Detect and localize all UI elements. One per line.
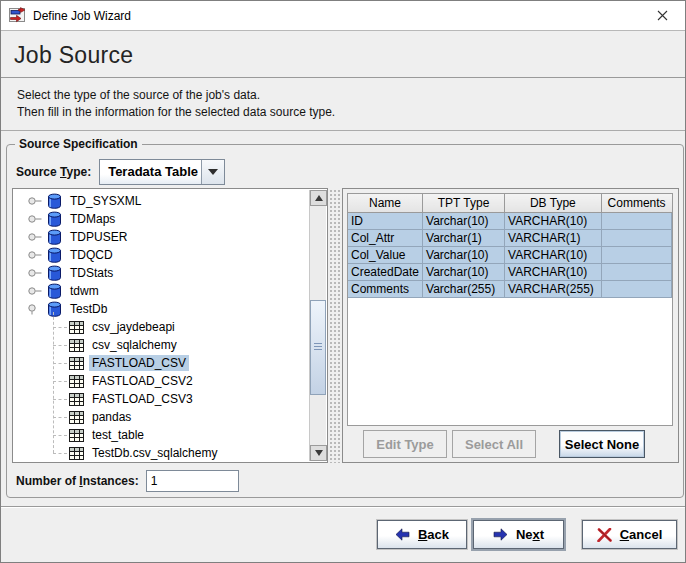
- tree-expanded-handle-icon[interactable]: [27, 303, 47, 315]
- next-button[interactable]: Next: [473, 520, 564, 549]
- arrow-right-icon: [493, 528, 508, 541]
- table-cell[interactable]: [601, 246, 671, 263]
- app-icon: [9, 7, 26, 24]
- tree-collapsed-handle-icon[interactable]: [27, 195, 47, 207]
- tree-node-label[interactable]: FASTLOAD_CSV2: [89, 373, 196, 389]
- table-cell[interactable]: VARCHAR(10): [505, 246, 602, 263]
- table-cell[interactable]: [601, 263, 671, 280]
- tree-node-table[interactable]: TestDb.csv_sqlalchemy: [13, 444, 309, 462]
- source-type-label: Source Type:: [16, 165, 91, 179]
- column-header-comments[interactable]: Comments: [601, 194, 671, 212]
- tree-node-database[interactable]: TDQCD: [13, 246, 309, 264]
- tree-collapsed-handle-icon[interactable]: [27, 285, 47, 297]
- tree-node-table[interactable]: FASTLOAD_CSV3: [13, 390, 309, 408]
- tree-collapsed-handle-icon[interactable]: [27, 231, 47, 243]
- define-job-wizard-dialog: Define Job Wizard Job Source Select the …: [0, 0, 686, 563]
- table-cell[interactable]: VARCHAR(10): [505, 263, 602, 280]
- tree-children-group: csv_jaydebeapicsv_sqlalchemyFASTLOAD_CSV…: [13, 318, 309, 462]
- column-header-tpt-type[interactable]: TPT Type: [423, 194, 505, 212]
- number-of-instances-input[interactable]: [146, 470, 239, 492]
- tree-node-label[interactable]: tdwm: [67, 283, 102, 299]
- column-header-db-type[interactable]: DB Type: [505, 194, 602, 212]
- tree-node-database[interactable]: TD_SYSXML: [13, 192, 309, 210]
- table-row[interactable]: CreatedDateVarchar(10)VARCHAR(10): [348, 263, 672, 280]
- tree-vertical-scrollbar[interactable]: [309, 190, 326, 461]
- tree-node-label[interactable]: TD_SYSXML: [67, 193, 144, 209]
- tree-node-label[interactable]: TestDb.csv_sqlalchemy: [89, 445, 220, 461]
- table-cell[interactable]: Varchar(10): [423, 212, 505, 229]
- main-content: Source Specification Source Type: Terada…: [1, 131, 685, 506]
- back-label: Back: [418, 527, 449, 542]
- tree-node-label[interactable]: csv_sqlalchemy: [89, 337, 180, 353]
- tree-node-table[interactable]: FASTLOAD_CSV2: [13, 372, 309, 390]
- select-none-button[interactable]: Select None: [559, 430, 645, 458]
- tree-node-label[interactable]: csv_jaydebeapi: [89, 319, 178, 335]
- table-cell[interactable]: Varchar(255): [423, 280, 505, 297]
- scrollbar-thumb[interactable]: [310, 300, 326, 395]
- table-cell[interactable]: [601, 280, 671, 297]
- close-icon[interactable]: [639, 1, 685, 31]
- table-cell[interactable]: [601, 229, 671, 246]
- tree-node-database[interactable]: TDMaps: [13, 210, 309, 228]
- tree-node-table[interactable]: test_table: [13, 426, 309, 444]
- columns-table-header-row: Name TPT Type DB Type Comments: [348, 194, 672, 212]
- database-icon: [47, 193, 62, 209]
- wizard-step-header: Job Source: [1, 31, 685, 78]
- columns-table-container: Name TPT Type DB Type Comments IDVarchar…: [347, 193, 673, 426]
- split-pane-divider[interactable]: [328, 188, 342, 463]
- tree-collapsed-handle-icon[interactable]: [27, 249, 47, 261]
- database-tree-panel: TD_SYSXMLTDMapsTDPUSERTDQCDTDStatstdwmTe…: [12, 188, 328, 463]
- table-cell[interactable]: Col_Value: [348, 246, 423, 263]
- combo-arrow-button[interactable]: [201, 160, 224, 184]
- tree-node-label[interactable]: TDPUSER: [67, 229, 130, 245]
- table-cell[interactable]: Comments: [348, 280, 423, 297]
- tree-node-label[interactable]: TDQCD: [67, 247, 116, 263]
- tree-node-table[interactable]: FASTLOAD_CSV: [13, 354, 309, 372]
- tree-node-database[interactable]: TestDb: [13, 300, 309, 318]
- tree-node-table[interactable]: csv_sqlalchemy: [13, 336, 309, 354]
- tree-node-database[interactable]: TDStats: [13, 264, 309, 282]
- description-line-1: Select the type of the source of the job…: [17, 87, 685, 104]
- window-title: Define Job Wizard: [33, 9, 131, 23]
- tree-node-label[interactable]: test_table: [89, 427, 147, 443]
- tree-collapsed-handle-icon[interactable]: [27, 267, 47, 279]
- database-icon: [47, 301, 62, 317]
- table-cell[interactable]: [601, 212, 671, 229]
- tree-node-table[interactable]: pandas: [13, 408, 309, 426]
- table-row[interactable]: Col_ValueVarchar(10)VARCHAR(10): [348, 246, 672, 263]
- source-type-dropdown[interactable]: Teradata Table: [99, 159, 225, 185]
- table-cell[interactable]: CreatedDate: [348, 263, 423, 280]
- table-cell[interactable]: Varchar(1): [423, 229, 505, 246]
- scroll-up-button[interactable]: [310, 190, 327, 206]
- tree-collapsed-handle-icon[interactable]: [27, 213, 47, 225]
- table-cell[interactable]: VARCHAR(1): [505, 229, 602, 246]
- cancel-button[interactable]: Cancel: [582, 520, 677, 549]
- table-cell[interactable]: VARCHAR(255): [505, 280, 602, 297]
- table-row[interactable]: IDVarchar(10)VARCHAR(10): [348, 212, 672, 229]
- table-icon: [69, 411, 84, 424]
- tree-node-label[interactable]: FASTLOAD_CSV3: [89, 391, 196, 407]
- table-cell[interactable]: Col_Attr: [348, 229, 423, 246]
- table-cell[interactable]: Varchar(10): [423, 246, 505, 263]
- table-cell[interactable]: ID: [348, 212, 423, 229]
- tree-node-label[interactable]: TestDb: [67, 301, 110, 317]
- tree-node-label[interactable]: FASTLOAD_CSV: [89, 355, 189, 371]
- table-row[interactable]: Col_AttrVarchar(1)VARCHAR(1): [348, 229, 672, 246]
- table-cell[interactable]: Varchar(10): [423, 263, 505, 280]
- tree-node-database[interactable]: tdwm: [13, 282, 309, 300]
- tree-node-label[interactable]: TDMaps: [67, 211, 118, 227]
- title-bar: Define Job Wizard: [1, 1, 685, 31]
- table-cell[interactable]: VARCHAR(10): [505, 212, 602, 229]
- cancel-label: Cancel: [620, 527, 663, 542]
- columns-panel: Name TPT Type DB Type Comments IDVarchar…: [342, 188, 679, 463]
- tree-node-table[interactable]: csv_jaydebeapi: [13, 318, 309, 336]
- chevron-down-icon: [208, 169, 218, 175]
- tree-node-database[interactable]: TDPUSER: [13, 228, 309, 246]
- triangle-down-icon: [315, 450, 323, 456]
- tree-node-label[interactable]: TDStats: [67, 265, 116, 281]
- scroll-down-button[interactable]: [310, 445, 327, 461]
- column-header-name[interactable]: Name: [348, 194, 423, 212]
- tree-node-label[interactable]: pandas: [89, 409, 134, 425]
- table-row[interactable]: CommentsVarchar(255)VARCHAR(255): [348, 280, 672, 297]
- back-button[interactable]: Back: [377, 520, 467, 549]
